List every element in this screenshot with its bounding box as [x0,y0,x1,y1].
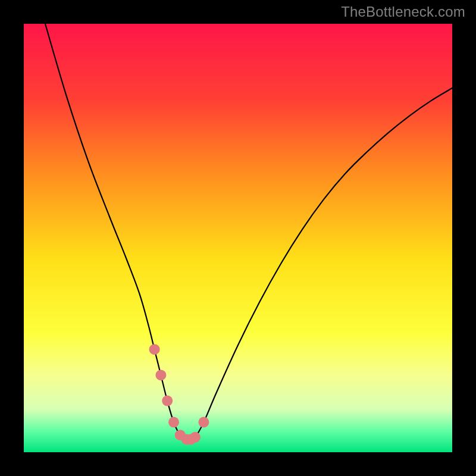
watermark-text: TheBottleneck.com [341,4,465,20]
chart-frame: TheBottleneck.com [0,0,476,476]
chart-canvas [24,24,452,452]
plot-area [24,24,452,452]
